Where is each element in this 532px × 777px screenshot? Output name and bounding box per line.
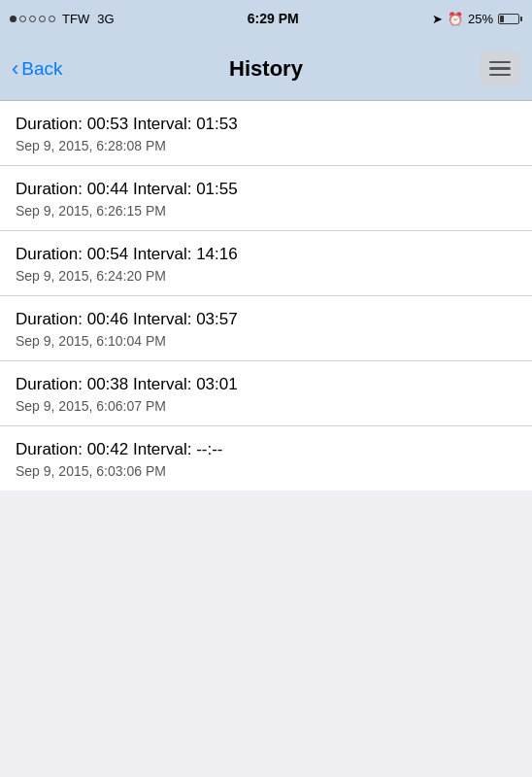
back-label: Back [21,58,62,80]
battery-icon [498,14,522,24]
menu-line-3 [489,74,511,77]
menu-button[interactable] [480,51,520,86]
signal-dot-3 [29,16,36,22]
status-bar: TFW 3G 6:29 PM ➤ ⏰ 25% [0,0,532,37]
menu-line-1 [489,61,511,64]
status-left: TFW 3G [10,12,115,26]
list-item[interactable]: Duration: 00:42 Interval: --:--Sep 9, 20… [0,426,532,490]
nav-bar: ‹ Back History [0,37,532,101]
item-subtitle: Sep 9, 2015, 6:28:08 PM [16,138,516,153]
item-subtitle: Sep 9, 2015, 6:10:04 PM [16,333,516,349]
item-title: Duration: 00:53 Interval: 01:53 [16,115,516,134]
network-label: 3G [97,12,114,26]
item-title: Duration: 00:44 Interval: 01:55 [16,180,516,199]
item-title: Duration: 00:46 Interval: 03:57 [16,310,516,329]
list-item[interactable]: Duration: 00:54 Interval: 14:16Sep 9, 20… [0,231,532,296]
item-subtitle: Sep 9, 2015, 6:03:06 PM [16,463,516,479]
status-right: ➤ ⏰ 25% [432,12,522,26]
list-item[interactable]: Duration: 00:44 Interval: 01:55Sep 9, 20… [0,166,532,231]
status-time: 6:29 PM [248,11,299,26]
battery-tip [520,17,522,21]
signal-dots [10,16,55,22]
battery-fill [500,16,505,22]
item-subtitle: Sep 9, 2015, 6:24:20 PM [16,268,516,284]
item-title: Duration: 00:38 Interval: 03:01 [16,375,516,394]
back-chevron-icon: ‹ [12,58,18,80]
item-title: Duration: 00:42 Interval: --:-- [16,440,516,459]
signal-dot-5 [49,16,55,22]
signal-dot-1 [10,16,17,22]
list-item[interactable]: Duration: 00:46 Interval: 03:57Sep 9, 20… [0,296,532,361]
item-subtitle: Sep 9, 2015, 6:06:07 PM [16,398,516,414]
signal-dot-2 [19,16,26,22]
history-list: Duration: 00:53 Interval: 01:53Sep 9, 20… [0,101,532,490]
carrier-label: TFW [62,12,89,26]
list-item[interactable]: Duration: 00:53 Interval: 01:53Sep 9, 20… [0,101,532,166]
location-icon: ➤ [432,12,443,26]
item-subtitle: Sep 9, 2015, 6:26:15 PM [16,203,516,219]
battery-body [498,14,519,24]
list-item[interactable]: Duration: 00:38 Interval: 03:01Sep 9, 20… [0,361,532,426]
menu-line-2 [489,67,511,70]
alarm-icon: ⏰ [448,12,463,26]
item-title: Duration: 00:54 Interval: 14:16 [16,245,516,264]
battery-percent: 25% [468,12,493,26]
back-button[interactable]: ‹ Back [12,58,63,80]
nav-title: History [229,56,303,82]
signal-dot-4 [39,16,46,22]
